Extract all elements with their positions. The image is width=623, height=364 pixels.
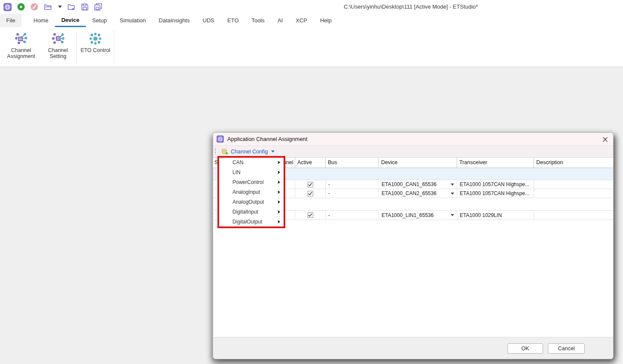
ok-button[interactable]: OK (507, 343, 543, 354)
dialog-app-icon (217, 135, 224, 143)
cell-transceiver: ETA1000 1029LIN (457, 211, 534, 220)
stop-button[interactable] (31, 3, 38, 11)
cell-description (534, 211, 613, 220)
cell-active (295, 180, 326, 189)
open-folder-button[interactable] (44, 3, 52, 10)
cell-bus: - (326, 211, 379, 220)
tab-xcp[interactable]: XCP (289, 14, 314, 27)
dialog-title: Application Channel Assignment (227, 136, 307, 142)
tab-eto[interactable]: ETO (221, 14, 245, 27)
col-active[interactable]: Active (295, 158, 326, 168)
cell-active (295, 189, 326, 198)
active-checkbox[interactable] (308, 212, 313, 218)
col-bus[interactable]: Bus (326, 158, 379, 168)
database-add-icon (221, 148, 228, 155)
cell-transceiver: ETA1000 1057CAN Highspe... (457, 180, 534, 189)
tab-uds[interactable]: UDS (196, 14, 221, 27)
submenu-arrow-icon (278, 220, 280, 223)
device-value: ETA1000_CAN1_65536 (382, 181, 437, 187)
cell-description (534, 189, 613, 198)
save-all-button[interactable] (94, 3, 102, 11)
menu-item-can[interactable]: CAN (219, 158, 284, 168)
device-combobox[interactable]: ETA1000_CAN2_65536 (379, 189, 457, 198)
dialog-titlebar: Application Channel Assignment (213, 133, 613, 146)
chevron-down-icon (271, 150, 275, 153)
submenu-arrow-icon (278, 200, 280, 204)
menu-item-analoginput[interactable]: AnalogInput (219, 187, 284, 197)
device-value: ETA1000_LIN1_65536 (382, 212, 434, 218)
open-dropdown-icon[interactable] (58, 6, 62, 8)
ribbon-item-label: Channel Setting (40, 47, 76, 60)
col-device[interactable]: Device (379, 158, 457, 168)
ribbon-separator (114, 31, 114, 63)
submenu-arrow-icon (278, 161, 280, 164)
tab-setup[interactable]: Setup (86, 14, 113, 27)
device-combobox[interactable]: ETA1000_LIN1_65536 (379, 211, 457, 220)
menu-item-powercontrol[interactable]: PowerControl (219, 177, 284, 187)
window-title: C:\Users\yinhu\Desktop\111 [Active Mode]… (344, 0, 478, 14)
tab-ai[interactable]: AI (271, 14, 289, 27)
chevron-down-icon (451, 184, 454, 186)
submenu-arrow-icon (278, 210, 280, 214)
window-titlebar: C:\Users\yinhu\Desktop\111 [Active Mode]… (0, 0, 623, 14)
channel-assignment-icon (15, 32, 27, 45)
device-value: ETA1000_CAN2_65536 (382, 190, 437, 196)
menu-item-lin[interactable]: LIN (219, 168, 284, 177)
submenu-arrow-icon (278, 180, 280, 184)
cell-active (295, 211, 326, 220)
tab-home[interactable]: Home (27, 14, 55, 27)
cell-transceiver: ETA1000 1057CAN Highspe... (457, 189, 534, 198)
ribbon-item-eto-control[interactable]: ETO Control (77, 27, 114, 53)
chevron-down-icon (451, 193, 454, 195)
tab-device[interactable]: Device (55, 14, 86, 27)
cell-description (534, 180, 613, 189)
new-folder-button[interactable] (67, 3, 76, 11)
ribbon-item-label: Channel Assignment (3, 47, 40, 60)
tab-simulation[interactable]: Simulation (113, 14, 153, 27)
cancel-button[interactable]: Cancel (548, 343, 585, 354)
menubar: File Home Device Setup Simulation DataIn… (0, 14, 623, 27)
tab-datainsights[interactable]: DataInsights (152, 14, 196, 27)
tab-help[interactable]: Help (314, 14, 338, 27)
chevron-down-icon (451, 214, 454, 216)
dialog-footer: OK Cancel (213, 337, 613, 359)
submenu-arrow-icon (278, 171, 280, 174)
tab-file[interactable]: File (0, 14, 21, 27)
device-combobox[interactable]: ETA1000_CAN1_65536 (379, 180, 457, 189)
ribbon-item-channel-setting[interactable]: Channel Setting (40, 27, 76, 60)
channel-config-label: Channel Config (231, 149, 268, 155)
channel-assignment-dialog: Application Channel Assignment Channel C… (213, 132, 614, 359)
annotation-highlight: CAN LIN PowerControl AnalogInput AnalogO… (217, 156, 285, 228)
col-description[interactable]: Description (534, 158, 613, 168)
active-checkbox[interactable] (308, 191, 313, 196)
menu-item-digitalinput[interactable]: DigitalInput (219, 207, 284, 217)
cell-bus: - (326, 180, 379, 189)
menu-item-digitaloutput[interactable]: DigitalOutput (219, 217, 284, 226)
eto-control-icon (89, 32, 102, 45)
toolbar-grip[interactable] (215, 148, 216, 155)
save-button[interactable] (81, 3, 89, 11)
cell-bus: - (326, 189, 379, 198)
channel-config-menu: CAN LIN PowerControl AnalogInput AnalogO… (219, 158, 284, 226)
ribbon-device: Channel Assignment Channel Setting (0, 27, 623, 67)
run-button[interactable] (17, 3, 25, 11)
close-icon[interactable] (602, 136, 608, 143)
quick-access-toolbar (3, 0, 102, 14)
app-logo-icon (3, 3, 12, 11)
col-transceiver[interactable]: Transceiver (457, 158, 534, 168)
channel-setting-icon (52, 32, 64, 45)
channel-config-button[interactable]: Channel Config (219, 147, 277, 156)
tab-tools[interactable]: Tools (245, 14, 271, 27)
active-checkbox[interactable] (308, 182, 313, 187)
menu-item-analogoutput[interactable]: AnalogOutput (219, 197, 284, 207)
submenu-arrow-icon (278, 190, 280, 194)
ribbon-item-label: ETO Control (77, 47, 114, 53)
ribbon-item-channel-assignment[interactable]: Channel Assignment (3, 27, 40, 60)
